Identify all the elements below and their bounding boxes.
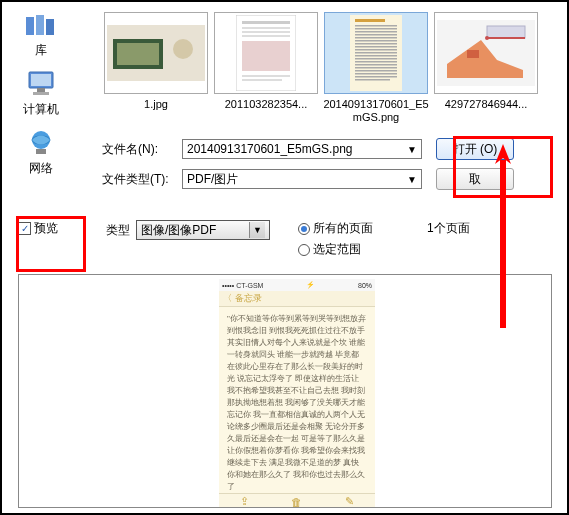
libraries-icon	[23, 10, 59, 40]
svg-rect-18	[242, 35, 290, 37]
filename-value: 20140913170601_E5mGS.png	[187, 142, 352, 156]
sidebar-item-network[interactable]: 网络	[10, 128, 72, 177]
svg-rect-19	[242, 41, 290, 71]
file-name: 201103282354...	[212, 98, 320, 124]
svg-rect-17	[242, 31, 290, 33]
preview-pane: ••••• CT-GSM⚡80% 〈 备忘录 "你不知道等你等到累等到哭等到想放…	[18, 274, 552, 508]
radio-icon	[298, 244, 310, 256]
file-thumbnail[interactable]: 429727846944...	[432, 12, 540, 124]
svg-rect-32	[355, 49, 397, 51]
preview-checkbox[interactable]: ✓ 预览	[18, 220, 58, 237]
svg-rect-4	[31, 74, 51, 86]
svg-rect-21	[242, 79, 282, 81]
svg-rect-42	[355, 79, 390, 81]
svg-rect-16	[242, 27, 290, 29]
sidebar-item-computer[interactable]: 计算机	[10, 69, 72, 118]
filetype-combo[interactable]: PDF/图片 ▼	[182, 169, 422, 189]
svg-rect-41	[355, 76, 397, 78]
svg-rect-34	[355, 55, 397, 57]
open-button[interactable]: 打开 (O)	[436, 138, 514, 160]
page-count: 1个页面	[427, 220, 470, 237]
share-icon: ⇪	[240, 495, 249, 508]
network-icon	[23, 128, 59, 158]
type-label: 类型	[106, 222, 130, 239]
sidebar-item-libraries[interactable]: 库	[10, 10, 72, 59]
sidebar-label: 网络	[10, 160, 72, 177]
svg-rect-28	[355, 37, 397, 39]
filetype-value: PDF/图片	[187, 171, 238, 188]
delete-icon: 🗑	[291, 496, 302, 508]
svg-rect-9	[36, 149, 46, 154]
svg-rect-12	[117, 43, 159, 65]
svg-rect-36	[355, 61, 397, 63]
svg-rect-0	[26, 17, 34, 35]
dropdown-arrow-icon: ▼	[407, 174, 417, 185]
radio-label: 选定范围	[313, 241, 361, 258]
svg-rect-39	[355, 70, 397, 72]
svg-rect-45	[467, 50, 479, 58]
svg-rect-23	[355, 19, 385, 22]
file-thumbnail[interactable]: 20140913170601_E5mGS.png	[322, 12, 430, 124]
dropdown-arrow-icon: ▼	[249, 222, 265, 238]
thumbnail-row: 1.jpg 201103282354... 20140913170601_E5m…	[102, 12, 557, 124]
radio-selected-range[interactable]: 选定范围	[298, 241, 373, 258]
preview-checkbox-label: 预览	[34, 220, 58, 237]
radio-all-pages[interactable]: 所有的页面	[298, 220, 373, 237]
svg-rect-35	[355, 58, 397, 60]
svg-rect-5	[37, 88, 45, 92]
svg-rect-6	[33, 92, 49, 95]
computer-icon	[23, 69, 59, 99]
svg-point-13	[173, 39, 193, 59]
svg-rect-40	[355, 73, 397, 75]
file-name: 1.jpg	[102, 98, 210, 124]
type-combo[interactable]: 图像/图像PDF ▼	[136, 220, 270, 240]
compose-icon: ✎	[345, 495, 354, 508]
phone-status-bar: ••••• CT-GSM⚡80%	[219, 279, 375, 291]
svg-rect-33	[355, 52, 397, 54]
phone-nav-header: 〈 备忘录	[219, 291, 375, 307]
svg-rect-29	[355, 40, 397, 42]
svg-rect-31	[355, 46, 397, 48]
file-thumbnail[interactable]: 201103282354...	[212, 12, 320, 124]
cancel-button[interactable]: 取	[436, 168, 514, 190]
svg-rect-2	[46, 19, 54, 35]
svg-rect-20	[242, 75, 290, 77]
filetype-label: 文件类型(T):	[102, 171, 182, 188]
svg-rect-1	[36, 15, 44, 35]
svg-rect-26	[355, 31, 397, 33]
type-value: 图像/图像PDF	[141, 222, 216, 239]
places-sidebar: 库 计算机 网络	[10, 10, 72, 187]
svg-rect-27	[355, 34, 397, 36]
file-name: 429727846944...	[432, 98, 540, 124]
svg-rect-25	[355, 28, 397, 30]
file-browser: 1.jpg 201103282354... 20140913170601_E5m…	[102, 12, 557, 190]
filename-label: 文件名(N):	[102, 141, 182, 158]
checkbox-icon: ✓	[18, 222, 31, 235]
radio-label: 所有的页面	[313, 220, 373, 237]
dropdown-arrow-icon: ▼	[407, 144, 417, 155]
svg-rect-38	[355, 67, 397, 69]
radio-icon	[298, 223, 310, 235]
phone-toolbar: ⇪ 🗑 ✎	[219, 493, 375, 508]
svg-rect-44	[487, 26, 525, 38]
svg-rect-37	[355, 64, 397, 66]
filename-combo[interactable]: 20140913170601_E5mGS.png ▼	[182, 139, 422, 159]
sidebar-label: 计算机	[10, 101, 72, 118]
phone-note-body: "你不知道等你等到累等到哭等到想放弃 到恨我念旧 到恨我死死抓住过往不放手 其实…	[219, 307, 375, 493]
file-name: 20140913170601_E5mGS.png	[322, 98, 430, 124]
sidebar-label: 库	[10, 42, 72, 59]
svg-point-46	[485, 36, 489, 40]
phone-screenshot: ••••• CT-GSM⚡80% 〈 备忘录 "你不知道等你等到累等到哭等到想放…	[219, 279, 375, 508]
file-thumbnail[interactable]: 1.jpg	[102, 12, 210, 124]
svg-rect-24	[355, 25, 397, 27]
svg-rect-30	[355, 43, 397, 45]
svg-rect-15	[242, 21, 290, 24]
